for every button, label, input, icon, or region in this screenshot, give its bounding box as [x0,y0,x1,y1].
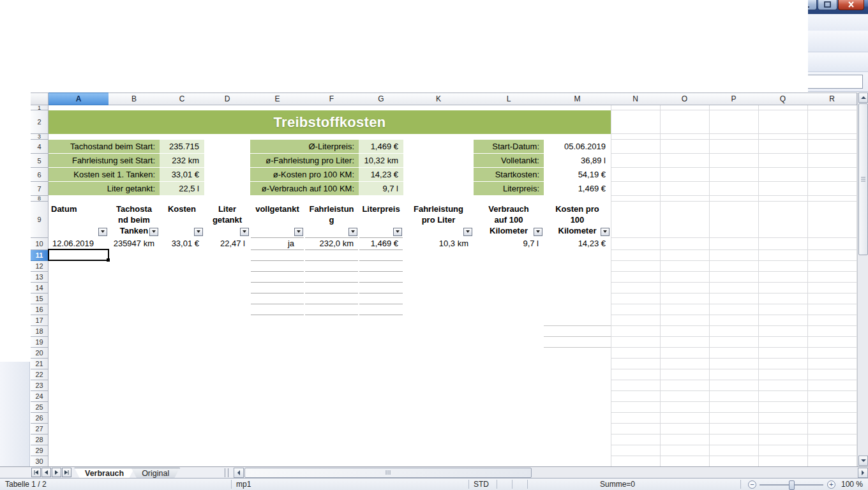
summary-value-cell[interactable]: 22,5 l [160,182,204,195]
dropdown-arrow-icon[interactable] [325,34,330,49]
table-header-cell-K[interactable]: Fahrleistung pro Liter [403,202,474,238]
summary-label-cell[interactable]: Fahrleistung seit Start: [49,154,160,167]
formula-bar-handle[interactable] [6,76,14,87]
summary-label-cell[interactable]: Volletankt: [474,154,544,167]
zoom-button[interactable] [511,33,527,50]
horizontal-scrollbar[interactable] [234,468,868,478]
column-header-O[interactable]: O [660,93,710,105]
row-header-29[interactable]: 29 [31,445,49,456]
dropdown-arrow-icon[interactable] [262,34,267,49]
table-header-cell-D[interactable]: Liter getankt [204,202,250,238]
new-document-button[interactable] [8,33,27,50]
minimize-button[interactable] [797,0,817,10]
find-toolbar-overflow-button[interactable] [695,33,704,50]
autofilter-button-G[interactable] [393,228,402,236]
row-header-13[interactable]: 13 [31,272,49,283]
row-header-22[interactable]: 22 [31,369,49,380]
column-header-P[interactable]: P [709,93,759,105]
summary-value-cell[interactable]: 10,32 km [359,154,403,167]
row-header-24[interactable]: 24 [31,391,49,402]
row-header-17[interactable]: 17 [31,315,49,326]
summary-value-cell[interactable]: 36,89 l [544,154,611,167]
row-header-10[interactable]: 10 [31,238,49,250]
dropdown-arrow-icon[interactable] [305,34,310,49]
menu-item-datei[interactable]: Datei [0,15,29,30]
menu-item-extras[interactable]: Extras [197,15,230,30]
menu-item-daten[interactable]: Daten [230,15,263,30]
data-sources-button[interactable] [493,33,509,50]
autofilter-button-C[interactable] [194,228,203,236]
table-cell-D10[interactable]: 22,47 l [204,238,250,249]
row-header-14[interactable]: 14 [31,283,49,293]
column-header-Q[interactable]: Q [758,93,808,105]
table-header-cell-M[interactable]: Kosten pro 100 Kilometer [544,202,611,238]
hyperlink-button[interactable] [338,33,355,50]
row-header-25[interactable]: 25 [31,402,49,413]
table-header-cell-C[interactable]: Kosten [160,202,204,238]
format-paintbrush-button[interactable] [269,33,286,50]
sort-descending-button[interactable]: ZA [374,33,391,50]
title-banner-cell[interactable]: Treibstoffkosten [49,110,611,134]
align-right-button[interactable] [273,54,289,70]
table-cell-E10[interactable]: ja [250,238,304,249]
table-header-cell-L[interactable]: Verbrauch auf 100 Kilometer [474,202,544,238]
dropdown-arrow-icon[interactable] [20,34,26,49]
table-header-cell-E[interactable]: vollgetankt [250,202,304,238]
autofilter-button-K[interactable] [463,228,472,236]
cut-button[interactable] [214,33,230,50]
summary-value-cell[interactable]: 33,01 € [160,168,204,181]
toolbar-grip[interactable] [2,56,5,68]
table-cell-G10[interactable]: 1,469 € [359,238,403,249]
summary-label-cell[interactable]: Kosten seit 1. Tanken: [49,168,160,181]
presentation-module-icon[interactable] [5,124,24,144]
styles-window-button[interactable] [8,54,25,70]
dropdown-arrow-icon[interactable] [40,34,45,49]
name-box[interactable]: A11 [19,75,82,89]
chart-button[interactable] [398,33,414,50]
currency-format-button[interactable] [332,54,348,70]
column-header-N[interactable]: N [611,93,661,105]
name-box-dropdown-button[interactable] [70,75,81,88]
summary-label-cell[interactable]: Startkosten: [474,168,544,181]
email-button[interactable] [66,33,82,50]
row-header-30[interactable]: 30 [31,456,49,467]
autofilter-button-D[interactable] [240,228,249,236]
form-design-icon[interactable] [5,189,24,209]
column-header-G[interactable]: G [359,93,404,105]
summary-label-cell[interactable]: ø-Kosten pro 100 KM: [250,168,359,181]
table-cell-M10[interactable]: 14,23 € [544,238,611,249]
calc-module-icon[interactable] [5,103,24,122]
align-justified-button[interactable] [290,54,307,70]
column-header-F[interactable]: F [304,93,359,105]
sum-icon[interactable]: Σ [110,77,116,87]
autofilter-button-E[interactable] [294,228,303,236]
first-sheet-button[interactable] [31,468,41,477]
vertical-scrollbar[interactable] [857,93,868,466]
percent-format-button[interactable]: % [350,54,366,70]
font-size-dropdown-button[interactable] [154,56,165,68]
row-header-8[interactable]: 8 [31,196,49,202]
zoom-out-button[interactable]: − [748,480,756,489]
delete-decimal-button[interactable]: ×0.000 [403,54,420,70]
underline-button[interactable]: U [213,54,230,70]
table-header-cell-G[interactable]: Literpreis [359,202,403,238]
web-module-icon[interactable] [5,146,24,165]
sheet-tab-original[interactable]: Original [131,468,180,479]
table-header-cell-F[interactable]: Fahrleistung [304,202,359,238]
autofilter-button-L[interactable] [534,228,542,236]
autofilter-button-F[interactable] [348,228,357,236]
help-button[interactable]: ? [534,33,551,50]
summary-value-cell[interactable]: 14,23 € [359,168,403,181]
font-name-dropdown-button[interactable] [121,56,132,68]
page-preview-button[interactable] [149,33,165,50]
summary-value-cell[interactable]: 235.715 [160,140,204,153]
dropdown-arrow-icon[interactable] [500,54,505,70]
autospellcheck-button[interactable]: ABC [190,33,207,50]
column-header-M[interactable]: M [544,93,611,105]
vertical-scroll-thumb[interactable] [858,103,868,255]
row-header-18[interactable]: 18 [31,326,49,337]
summary-label-cell[interactable]: Tachostand beim Start: [49,140,160,153]
toolbar-overflow-button[interactable] [528,54,544,70]
dock-grip[interactable] [8,94,21,98]
column-header-D[interactable]: D [204,93,251,105]
